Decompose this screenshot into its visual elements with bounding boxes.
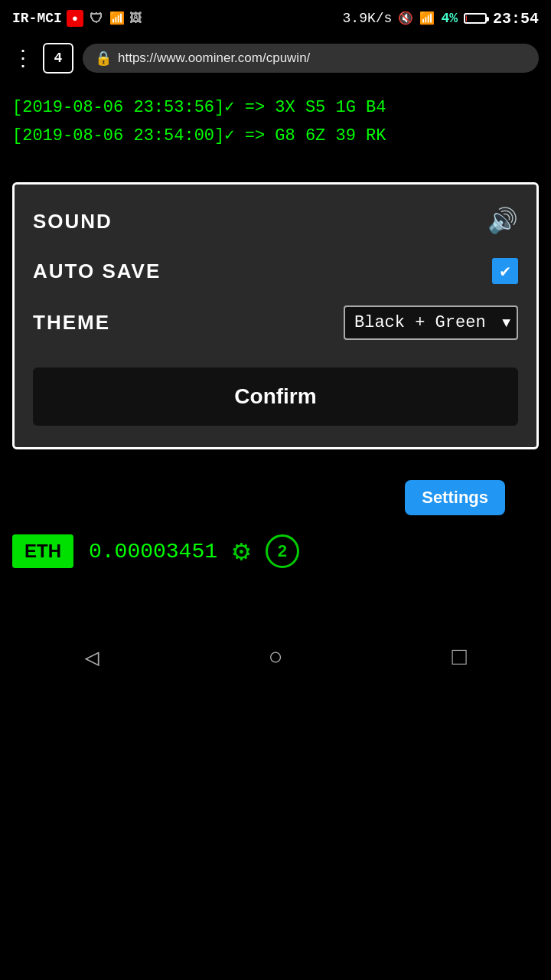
battery-icon	[464, 13, 487, 24]
terminal-log: [2019-08-06 23:53:56]✓ => 3X S5 1G B4 [2…	[0, 80, 551, 159]
cell-signal-icon: 📶	[419, 11, 435, 26]
status-left: IR-MCI ● 🛡 📶 🖼	[12, 10, 142, 27]
home-button[interactable]: ○	[268, 644, 282, 672]
auto-save-label: AUTO SAVE	[33, 260, 161, 283]
shield-icon: 🛡	[88, 10, 105, 27]
confirm-button[interactable]: Confirm	[33, 368, 518, 426]
theme-label: THEME	[33, 311, 110, 335]
mute-icon: 🔇	[398, 11, 413, 26]
image-icon: 🖼	[129, 11, 142, 26]
sound-label: SOUND	[33, 210, 112, 234]
settings-panel: SOUND 🔊 AUTO SAVE ✔ THEME Black + Green …	[12, 182, 539, 449]
notification-circle[interactable]: 2	[266, 534, 299, 568]
checkmark-icon: ✔	[500, 261, 510, 282]
eth-row: ETH 0.00003451 ⚙ 2	[12, 534, 539, 569]
sound-icon[interactable]: 🔊	[487, 206, 518, 237]
log-line-2: [2019-08-06 23:54:00]✓ => G8 6Z 39 RK	[12, 123, 539, 149]
status-right: 3.9K/s 🔇 📶 4% 23:54	[343, 10, 539, 28]
browser-tab-button[interactable]: 4	[43, 43, 73, 74]
nav-bar: ◁ ○ □	[0, 630, 551, 685]
auto-save-setting-row: AUTO SAVE ✔	[33, 258, 518, 284]
carrier-icon: ●	[67, 10, 83, 27]
url-text: https://www.oominer.com/cpuwin/	[118, 51, 310, 66]
eth-badge: ETH	[12, 534, 73, 568]
settings-button[interactable]: Settings	[405, 480, 505, 515]
sound-setting-row: SOUND 🔊	[33, 206, 518, 237]
gear-icon[interactable]: ⚙	[233, 534, 250, 569]
theme-select-wrapper: Black + Green Dark Light ▼	[344, 305, 518, 340]
notification-count: 2	[278, 541, 287, 561]
browser-bar: ⋮ 4 🔒 https://www.oominer.com/cpuwin/	[0, 37, 551, 80]
bottom-area: Settings ETH 0.00003451 ⚙ 2	[0, 472, 551, 584]
signal-bars-icon: 📶	[109, 11, 125, 26]
battery-fill	[466, 15, 467, 21]
eth-value: 0.00003451	[89, 540, 217, 564]
theme-select[interactable]: Black + Green Dark Light	[344, 305, 518, 340]
clock: 23:54	[493, 10, 539, 28]
back-button[interactable]: ◁	[84, 642, 99, 673]
browser-menu-button[interactable]: ⋮	[12, 45, 34, 71]
url-bar[interactable]: 🔒 https://www.oominer.com/cpuwin/	[83, 44, 539, 73]
battery-percent: 4%	[441, 11, 458, 26]
auto-save-checkbox[interactable]: ✔	[492, 258, 518, 284]
recent-apps-button[interactable]: □	[452, 644, 466, 672]
network-speed: 3.9K/s	[343, 11, 393, 26]
lock-icon: 🔒	[95, 50, 112, 67]
carrier-label: IR-MCI	[12, 11, 62, 26]
theme-setting-row: THEME Black + Green Dark Light ▼	[33, 305, 518, 340]
status-bar: IR-MCI ● 🛡 📶 🖼 3.9K/s 🔇 📶 4% 23:54	[0, 0, 551, 37]
log-line-1: [2019-08-06 23:53:56]✓ => 3X S5 1G B4	[12, 95, 539, 120]
tab-count: 4	[54, 51, 63, 66]
